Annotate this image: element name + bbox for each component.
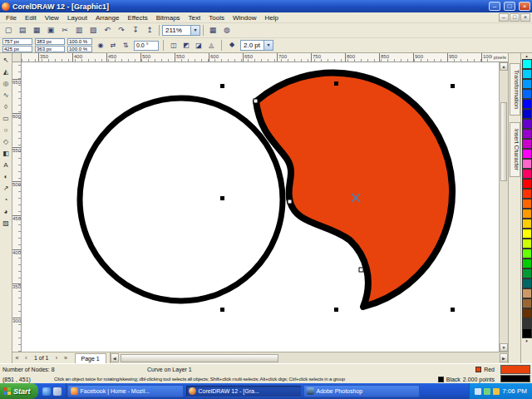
vertical-scrollbar[interactable]: ▲ ▼ xyxy=(499,62,508,352)
docker-tab[interactable]: Insert Character xyxy=(510,122,520,177)
document-minimize-button[interactable]: – xyxy=(499,13,509,22)
outline-width-combo[interactable]: 2.0 pt ▾ xyxy=(240,40,273,51)
chevron-down-icon[interactable]: ▾ xyxy=(264,41,273,50)
tray-antivirus-icon[interactable] xyxy=(493,388,500,395)
copy-icon[interactable]: ▥ xyxy=(72,24,86,37)
color-swatch[interactable] xyxy=(522,89,532,99)
interactive-fill-tool-icon[interactable]: ▨ xyxy=(1,218,12,229)
color-swatch[interactable] xyxy=(522,219,532,229)
import-icon[interactable]: ↧ xyxy=(129,24,142,37)
color-swatch[interactable] xyxy=(522,328,532,338)
shape-tool-icon[interactable]: ◭ xyxy=(1,66,12,78)
color-swatch[interactable] xyxy=(522,129,532,139)
undo-icon[interactable]: ↶ xyxy=(101,24,114,37)
color-swatch[interactable] xyxy=(522,298,532,308)
color-swatch[interactable] xyxy=(522,139,532,149)
minimize-button[interactable]: – xyxy=(489,2,500,11)
corel-online-icon[interactable]: ◍ xyxy=(220,24,234,37)
color-swatch[interactable] xyxy=(522,189,532,199)
white-circle-shape[interactable] xyxy=(80,98,283,301)
chevron-down-icon[interactable]: ▾ xyxy=(190,26,200,35)
taskbar-task-photoshop[interactable]: Adobe Photoshop xyxy=(303,385,420,397)
palette-scroll-up-icon[interactable]: ▴ xyxy=(525,53,528,59)
scroll-down-icon[interactable]: ▼ xyxy=(500,343,508,352)
color-swatch[interactable] xyxy=(522,288,532,298)
next-page-button[interactable]: › xyxy=(52,355,62,361)
scale-x-field[interactable]: 100.0 % xyxy=(67,38,92,45)
zoom-level-combo[interactable]: 211% ▾ xyxy=(162,25,200,36)
drawing-canvas[interactable] xyxy=(22,62,499,352)
cut-icon[interactable]: ✂ xyxy=(58,24,71,37)
open-icon[interactable]: ▤ xyxy=(16,24,29,37)
to-back-icon[interactable]: ◪ xyxy=(193,40,204,52)
scroll-left-icon[interactable]: ◀ xyxy=(111,353,119,362)
docker-tab[interactable]: Transformation xyxy=(510,63,520,116)
object-width-field[interactable]: 383 px xyxy=(35,38,65,45)
color-swatch[interactable] xyxy=(522,99,532,109)
mirror-vertical-icon[interactable]: ⇅ xyxy=(120,40,131,52)
color-swatch[interactable] xyxy=(522,209,532,219)
redo-icon[interactable]: ↷ xyxy=(115,24,128,37)
menu-item[interactable]: Tools xyxy=(204,14,229,22)
combine-icon[interactable]: ◫ xyxy=(168,40,180,52)
document-restore-button[interactable]: □ xyxy=(510,13,520,22)
outline-tool-icon[interactable]: ◔ xyxy=(1,195,12,206)
page-tab[interactable]: Page 1 xyxy=(75,353,106,363)
color-swatch[interactable] xyxy=(522,259,532,268)
menu-item[interactable]: Edit xyxy=(21,14,41,22)
previous-page-button[interactable]: ‹ xyxy=(22,355,31,361)
color-swatch[interactable] xyxy=(522,268,532,278)
document-close-button[interactable]: × xyxy=(520,13,530,22)
menu-item[interactable]: Bitmaps xyxy=(152,14,185,22)
menu-item[interactable]: Arrange xyxy=(91,14,123,22)
save-icon[interactable]: ▦ xyxy=(30,24,43,37)
interactive-blend-tool-icon[interactable]: ◐ xyxy=(1,171,12,183)
ruler-origin-corner[interactable] xyxy=(12,53,22,62)
fill-tool-icon[interactable]: ◕ xyxy=(1,206,12,218)
tray-volume-icon[interactable] xyxy=(475,388,481,395)
eyedropper-tool-icon[interactable]: ↗ xyxy=(1,183,12,195)
start-button[interactable]: Start xyxy=(0,383,38,399)
zoom-tool-icon[interactable]: ◎ xyxy=(1,78,12,90)
color-swatch[interactable] xyxy=(522,149,532,159)
color-swatch[interactable] xyxy=(522,119,532,129)
menu-item[interactable]: Effects xyxy=(123,14,151,22)
color-swatch[interactable] xyxy=(522,69,532,79)
last-page-button[interactable]: » xyxy=(62,355,71,361)
horizontal-scroll-thumb[interactable] xyxy=(121,354,278,362)
color-swatch[interactable] xyxy=(522,308,532,318)
color-swatch[interactable] xyxy=(522,199,532,209)
color-swatch[interactable] xyxy=(522,169,532,179)
vertical-ruler[interactable]: 650600550500450400350300250 xyxy=(12,62,22,352)
color-swatch[interactable] xyxy=(522,59,532,69)
mirror-horizontal-icon[interactable]: ⇄ xyxy=(107,40,119,52)
basic-shapes-tool-icon[interactable]: ◧ xyxy=(1,148,12,160)
object-height-field[interactable]: 363 px xyxy=(35,46,65,52)
menu-item[interactable]: View xyxy=(41,14,63,22)
browser-quick-launch-icon[interactable] xyxy=(42,387,51,396)
scroll-right-icon[interactable]: ▶ xyxy=(500,353,508,362)
selected-curve-shape[interactable] xyxy=(256,73,452,307)
horizontal-ruler[interactable]: 3504004505005506006507007508008509009501… xyxy=(22,53,508,62)
convert-to-curves-icon[interactable]: ◬ xyxy=(205,40,217,52)
menu-item[interactable]: File xyxy=(2,14,21,22)
freehand-tool-icon[interactable]: ∿ xyxy=(1,90,12,101)
color-swatch[interactable] xyxy=(522,318,532,328)
color-swatch[interactable] xyxy=(522,229,532,239)
vertical-scroll-thumb[interactable] xyxy=(500,102,507,181)
ellipse-tool-icon[interactable]: ○ xyxy=(1,125,12,136)
color-swatch[interactable] xyxy=(522,239,532,249)
tray-network-icon[interactable] xyxy=(484,388,490,395)
color-swatch[interactable] xyxy=(522,79,532,89)
close-button[interactable]: × xyxy=(519,2,530,11)
taskbar-task-coreldraw[interactable]: CorelDRAW 12 - [Gra... xyxy=(185,385,302,397)
rotation-angle-field[interactable]: 0.0 ° xyxy=(134,41,159,51)
rectangle-tool-icon[interactable]: ▭ xyxy=(1,113,12,125)
color-swatch[interactable] xyxy=(522,109,532,119)
taskbar-task-browser[interactable]: Facebook | Home - Mozil... xyxy=(67,385,184,397)
pick-tool-icon[interactable]: ↖ xyxy=(1,55,12,66)
menu-item[interactable]: Window xyxy=(229,14,260,22)
palette-scroll-down-icon[interactable]: ▾ xyxy=(525,338,528,344)
menu-item[interactable]: Text xyxy=(185,14,205,22)
object-position-y-field[interactable]: 425 px xyxy=(2,46,32,52)
